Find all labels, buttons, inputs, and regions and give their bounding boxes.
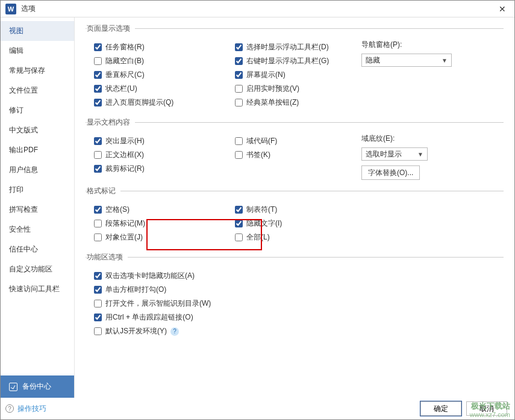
display-opt-2-3-checkbox[interactable] <box>235 85 243 93</box>
fmt-opt-1-2-label: 对象位置(J) <box>105 232 143 242</box>
fmt-opt-2-2-checkbox[interactable] <box>235 233 243 241</box>
doc-opt-1-1-checkbox[interactable] <box>94 151 102 159</box>
doc-opt-1-0-checkbox[interactable] <box>94 137 102 145</box>
sidebar-item-9[interactable]: 拼写检查 <box>1 200 74 220</box>
sidebar-item-12[interactable]: 自定义功能区 <box>1 259 74 279</box>
doc-opt-1-0-label: 突出显示(H) <box>105 136 145 146</box>
doc-opt-1-2[interactable]: 裁剪标记(R) <box>94 164 224 174</box>
section-doc-content-legend: 显示文档内容 <box>87 117 135 128</box>
display-opt-1-4-label: 进入页眉页脚提示(Q) <box>105 97 173 108</box>
display-opt-2-4-checkbox[interactable] <box>235 99 243 107</box>
sidebar-item-3[interactable]: 文件位置 <box>1 81 74 100</box>
ribbon-opt-4-label: 默认JS开发环境(Y) <box>105 326 167 336</box>
display-opt-2-1-checkbox[interactable] <box>235 57 243 65</box>
display-opt-1-3-checkbox[interactable] <box>94 85 102 93</box>
sidebar-item-0[interactable]: 视图 <box>1 21 74 41</box>
display-opt-1-0-label: 任务窗格(R) <box>105 42 145 52</box>
display-opt-1-2-label: 垂直标尺(C) <box>105 70 145 80</box>
display-opt-1-2-checkbox[interactable] <box>94 71 102 79</box>
fmt-opt-2-1-checkbox[interactable] <box>235 220 243 227</box>
nav-pane-select[interactable]: 隐藏 ▼ <box>361 54 452 67</box>
fmt-opt-2-1[interactable]: 隐藏文字(I) <box>235 218 359 229</box>
ribbon-opt-2-checkbox[interactable] <box>94 300 102 307</box>
backup-icon <box>9 383 17 391</box>
ribbon-opt-1[interactable]: 单击方框时打勾(O) <box>94 285 504 295</box>
section-display-legend: 页面显示选项 <box>87 23 135 34</box>
fmt-opt-1-1-checkbox[interactable] <box>94 220 102 227</box>
sidebar-item-2[interactable]: 常规与保存 <box>1 61 74 81</box>
sidebar-item-4[interactable]: 修订 <box>1 100 74 120</box>
fmt-opt-2-2[interactable]: 全部(L) <box>235 232 359 242</box>
ribbon-opt-4[interactable]: 默认JS开发环境(Y)? <box>94 326 504 336</box>
display-opt-2-2[interactable]: 屏幕提示(N) <box>235 70 359 80</box>
display-opt-1-0[interactable]: 任务窗格(R) <box>94 42 224 52</box>
fmt-opt-1-2[interactable]: 对象位置(J) <box>94 232 224 242</box>
display-opt-1-3[interactable]: 状态栏(U) <box>94 84 224 94</box>
doc-opt-1-0[interactable]: 突出显示(H) <box>94 136 224 146</box>
doc-opt-1-2-checkbox[interactable] <box>94 165 102 173</box>
cancel-button[interactable]: 取消 <box>466 401 507 416</box>
ok-button[interactable]: 确定 <box>420 401 461 416</box>
display-opt-2-0-label: 选择时显示浮动工具栏(D) <box>246 42 329 52</box>
display-opt-2-4[interactable]: 经典菜单按钮(Z) <box>235 97 359 108</box>
doc-opt-1-1-label: 正文边框(X) <box>105 150 144 160</box>
display-opt-2-3[interactable]: 启用实时预览(V) <box>235 84 359 94</box>
sidebar-item-10[interactable]: 安全性 <box>1 220 74 239</box>
ribbon-opt-2[interactable]: 打开文件，展示智能识别目录(W) <box>94 298 504 309</box>
doc-opt-2-0[interactable]: 域代码(F) <box>235 136 359 146</box>
chevron-down-icon: ▼ <box>442 57 448 64</box>
ribbon-opt-0-label: 双击选项卡时隐藏功能区(A) <box>105 271 195 281</box>
fmt-opt-2-0[interactable]: 制表符(T) <box>235 205 359 215</box>
display-opt-1-1-label: 隐藏空白(B) <box>105 56 144 66</box>
ribbon-opt-0[interactable]: 双击选项卡时隐藏功能区(A) <box>94 271 504 281</box>
display-opt-1-1[interactable]: 隐藏空白(B) <box>94 56 224 66</box>
fmt-opt-1-2-checkbox[interactable] <box>94 233 102 241</box>
fmt-opt-1-0[interactable]: 空格(S) <box>94 205 224 215</box>
section-ribbon: 功能区选项 双击选项卡时隐藏功能区(A)单击方框时打勾(O)打开文件，展示智能识… <box>86 252 504 340</box>
ribbon-opt-1-checkbox[interactable] <box>94 286 102 294</box>
display-opt-1-0-checkbox[interactable] <box>94 43 102 51</box>
display-opt-2-1[interactable]: 右键时显示浮动工具栏(G) <box>235 56 359 66</box>
ribbon-opt-0-checkbox[interactable] <box>94 272 102 280</box>
doc-opt-2-0-checkbox[interactable] <box>235 137 243 145</box>
display-opt-1-4-checkbox[interactable] <box>94 99 102 107</box>
ribbon-opt-3[interactable]: 用Ctrl + 单击跟踪超链接(O) <box>94 312 504 323</box>
backup-center-button[interactable]: 备份中心 <box>1 375 74 398</box>
footer-bar: ? 操作技巧 确定 取消 极光下载站 www.xz7.com <box>1 398 514 419</box>
field-shading-select[interactable]: 选取时显示 ▼ <box>361 147 428 161</box>
doc-opt-2-1-label: 书签(K) <box>246 150 270 160</box>
doc-opt-2-1-checkbox[interactable] <box>235 151 243 159</box>
fmt-opt-2-1-label: 隐藏文字(I) <box>246 218 282 229</box>
close-button[interactable]: ✕ <box>495 2 510 16</box>
display-opt-2-0-checkbox[interactable] <box>235 43 243 51</box>
section-ribbon-legend: 功能区选项 <box>87 252 128 262</box>
display-opt-1-1-checkbox[interactable] <box>94 57 102 65</box>
display-opt-2-0[interactable]: 选择时显示浮动工具栏(D) <box>235 42 359 52</box>
sidebar-item-5[interactable]: 中文版式 <box>1 120 74 140</box>
display-opt-2-2-label: 屏幕提示(N) <box>246 70 286 80</box>
display-opt-2-4-label: 经典菜单按钮(Z) <box>246 97 299 108</box>
window-title: 选项 <box>21 4 495 14</box>
display-opt-1-2[interactable]: 垂直标尺(C) <box>94 70 224 80</box>
tips-link[interactable]: 操作技巧 <box>17 404 46 414</box>
section-format-marks: 格式标记 空格(S)段落标记(M)对象位置(J) 制表符(T)隐藏文字(I)全部… <box>86 186 504 246</box>
doc-opt-1-2-label: 裁剪标记(R) <box>105 164 145 174</box>
sidebar-item-8[interactable]: 打印 <box>1 180 74 200</box>
fmt-opt-1-1[interactable]: 段落标记(M) <box>94 218 224 229</box>
help-icon[interactable]: ? <box>170 327 179 336</box>
display-opt-2-2-checkbox[interactable] <box>235 71 243 79</box>
sidebar-item-1[interactable]: 编辑 <box>1 41 74 61</box>
font-substitute-button[interactable]: 字体替换(O)... <box>361 165 420 180</box>
lightbulb-icon: ? <box>5 404 14 413</box>
sidebar-item-7[interactable]: 用户信息 <box>1 160 74 180</box>
doc-opt-1-1[interactable]: 正文边框(X) <box>94 150 224 160</box>
fmt-opt-2-0-checkbox[interactable] <box>235 206 243 214</box>
display-opt-1-4[interactable]: 进入页眉页脚提示(Q) <box>94 97 224 108</box>
fmt-opt-1-0-checkbox[interactable] <box>94 206 102 214</box>
doc-opt-2-1[interactable]: 书签(K) <box>235 150 359 160</box>
sidebar-item-6[interactable]: 输出PDF <box>1 140 74 160</box>
sidebar-item-11[interactable]: 信任中心 <box>1 239 74 259</box>
ribbon-opt-3-checkbox[interactable] <box>94 313 102 321</box>
sidebar-item-13[interactable]: 快速访问工具栏 <box>1 279 74 299</box>
ribbon-opt-4-checkbox[interactable] <box>94 327 102 335</box>
